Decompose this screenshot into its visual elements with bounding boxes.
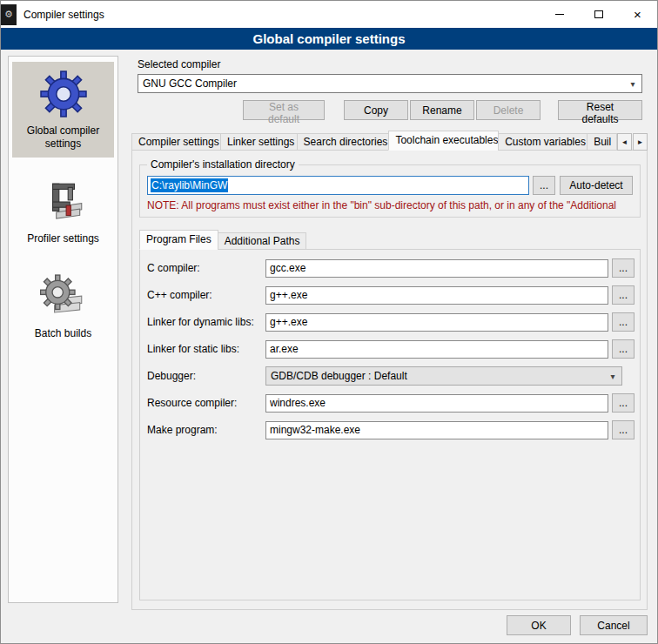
cpp-compiler-input[interactable] — [265, 286, 608, 305]
sidebar-item-label: Batch builds — [14, 327, 112, 340]
installation-directory-groupbox: Compiler's installation directory C:\ray… — [139, 164, 641, 218]
ok-button[interactable]: OK — [507, 615, 571, 635]
minimize-icon — [555, 14, 564, 15]
make-program-input[interactable] — [265, 421, 608, 439]
chevron-down-icon: ▾ — [606, 372, 620, 381]
browse-button[interactable]: ... — [612, 393, 634, 413]
dynamic-linker-label: Linker for dynamic libs: — [147, 316, 265, 328]
browse-directory-button[interactable]: ... — [533, 176, 555, 195]
static-linker-input[interactable] — [265, 340, 608, 359]
field-row-cpp-compiler: C++ compiler: ... — [147, 285, 634, 305]
selected-compiler-value: GNU GCC Compiler — [143, 77, 626, 90]
make-program-label: Make program: — [147, 424, 265, 436]
field-row-static-linker: Linker for static libs: ... — [147, 339, 634, 359]
compiler-settings-dialog: ⚙ Compiler settings × Global compiler se… — [0, 0, 658, 644]
sidebar-item-global-compiler-settings[interactable]: Global compiler settings — [12, 62, 114, 158]
sidebar-item-label: Profiler settings — [14, 232, 112, 245]
field-row-c-compiler: C compiler: ... — [147, 258, 634, 278]
profiler-icon — [14, 177, 112, 227]
app-icon: ⚙ — [1, 4, 17, 25]
field-row-dynamic-linker: Linker for dynamic libs: ... — [147, 312, 634, 332]
c-compiler-label: C compiler: — [147, 262, 265, 274]
tab-search-directories[interactable]: Search directories — [297, 133, 390, 151]
debugger-value: GDB/CDB debugger : Default — [271, 370, 606, 382]
selected-compiler-label: Selected compiler — [138, 58, 642, 70]
settings-sidebar: Global compiler settings — [8, 56, 118, 603]
maximize-button[interactable] — [579, 1, 618, 28]
resource-compiler-label: Resource compiler: — [147, 397, 265, 409]
browse-button[interactable]: ... — [612, 285, 634, 305]
toolchain-executables-panel: Compiler's installation directory C:\ray… — [131, 150, 648, 610]
browse-button[interactable]: ... — [612, 258, 634, 278]
subtab-program-files[interactable]: Program Files — [139, 230, 218, 250]
tab-build-options-clipped[interactable]: Buil — [587, 133, 617, 151]
debugger-dropdown[interactable]: GDB/CDB debugger : Default ▾ — [265, 366, 622, 386]
sidebar-item-batch-builds[interactable]: Batch builds — [12, 265, 114, 347]
dynamic-linker-input[interactable] — [265, 313, 608, 332]
sidebar-item-label: Global compiler settings — [14, 124, 112, 151]
resource-compiler-input[interactable] — [265, 394, 608, 413]
set-as-default-button[interactable]: Set as default — [243, 100, 325, 120]
tab-custom-variables[interactable]: Custom variables — [498, 133, 588, 151]
field-row-make-program: Make program: ... — [147, 420, 634, 439]
close-icon: × — [634, 8, 641, 21]
program-files-tabstrip: Program Files Additional Paths — [139, 230, 641, 250]
rename-button[interactable]: Rename — [410, 100, 474, 120]
installation-directory-value: C:\raylib\MinGW — [151, 178, 228, 192]
titlebar: ⚙ Compiler settings × — [1, 1, 657, 28]
browse-button[interactable]: ... — [612, 312, 634, 332]
auto-detect-button[interactable]: Auto-detect — [560, 176, 633, 195]
main-tabstrip: Compiler settings Linker settings Search… — [131, 131, 648, 151]
batch-builds-icon — [14, 272, 112, 322]
tab-linker-settings[interactable]: Linker settings — [220, 133, 298, 151]
tabs-region: Compiler settings Linker settings Search… — [131, 131, 648, 610]
blue-gear-icon — [14, 69, 112, 119]
field-row-debugger: Debugger: GDB/CDB debugger : Default ▾ — [147, 366, 634, 386]
tab-compiler-settings[interactable]: Compiler settings — [131, 133, 221, 151]
installation-directory-label: Compiler's installation directory — [147, 158, 299, 171]
tab-scroll-right-button[interactable]: ► — [633, 133, 648, 151]
installation-directory-input[interactable]: C:\raylib\MinGW — [147, 176, 529, 195]
tab-scroll-left-button[interactable]: ◄ — [617, 133, 632, 151]
field-row-resource-compiler: Resource compiler: ... — [147, 393, 634, 413]
selected-compiler-dropdown[interactable]: GNU GCC Compiler ▾ — [138, 74, 642, 93]
maximize-icon — [594, 10, 603, 18]
delete-button[interactable]: Delete — [476, 100, 540, 120]
copy-button[interactable]: Copy — [344, 100, 408, 120]
sidebar-item-profiler-settings[interactable]: Profiler settings — [12, 170, 114, 252]
c-compiler-input[interactable] — [265, 259, 608, 278]
chevron-down-icon: ▾ — [626, 79, 640, 89]
main-panel: Selected compiler GNU GCC Compiler ▾ Set… — [127, 56, 652, 610]
note-text: NOTE: All programs must exist either in … — [147, 199, 633, 211]
browse-button[interactable]: ... — [612, 339, 634, 359]
cancel-button[interactable]: Cancel — [580, 615, 648, 635]
cpp-compiler-label: C++ compiler: — [147, 289, 265, 301]
browse-button[interactable]: ... — [612, 420, 634, 439]
tab-toolchain-executables[interactable]: Toolchain executables — [388, 131, 499, 151]
page-title: Global compiler settings — [1, 28, 657, 50]
reset-defaults-button[interactable]: Reset defaults — [558, 100, 642, 120]
debugger-label: Debugger: — [147, 370, 265, 382]
subtab-additional-paths[interactable]: Additional Paths — [218, 232, 307, 250]
static-linker-label: Linker for static libs: — [147, 343, 265, 355]
window-title: Compiler settings — [24, 9, 104, 21]
program-files-panel: C compiler: ... C++ compiler: ... Linker… — [139, 249, 641, 600]
minimize-button[interactable] — [540, 1, 579, 28]
compiler-buttons-row: Set as default Copy Rename Delete Reset … — [138, 100, 642, 120]
close-button[interactable]: × — [618, 1, 657, 28]
dialog-footer: OK Cancel — [507, 615, 648, 635]
